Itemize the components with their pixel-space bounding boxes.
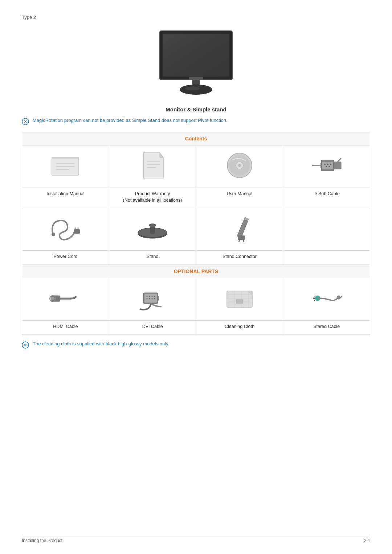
svg-point-51 (147, 296, 148, 297)
footer-left-text: Installing the Product (22, 538, 62, 543)
svg-rect-68 (236, 299, 243, 304)
svg-point-27 (327, 164, 328, 165)
svg-point-41 (149, 223, 156, 227)
item-hdmi-cable-img (22, 278, 109, 320)
item-dsub-cable-img (283, 145, 370, 188)
item-user-manual-img (196, 145, 283, 188)
page-type-label: Type 2 (22, 15, 370, 20)
svg-point-23 (238, 164, 241, 167)
note-icon-2 (22, 341, 29, 349)
note-icon-1 (22, 118, 29, 125)
note-cleaning-cloth: The cleaning cloth is supplied with blac… (22, 341, 370, 349)
note-magicrotation-text: MagicRotation program can not be provide… (33, 118, 228, 123)
svg-rect-34 (74, 229, 80, 234)
svg-rect-10 (52, 157, 79, 175)
svg-point-52 (149, 296, 150, 297)
label-power-cord: Power Cord (22, 251, 109, 265)
item-product-warranty-img (109, 145, 196, 188)
label-stand-connector: Stand Connector (196, 251, 283, 265)
svg-rect-11 (52, 157, 79, 159)
svg-point-6 (185, 87, 200, 90)
label-cleaning-cloth: Cleaning Cloth (196, 320, 283, 335)
item-dvi-cable-img (109, 278, 196, 320)
optional-parts-header: OPTIONAL PARTS (22, 264, 370, 278)
label-stereo-cable: Stereo Cable (283, 320, 370, 335)
svg-point-28 (330, 164, 331, 165)
footer-right-text: 2-1 (364, 538, 370, 543)
svg-rect-42 (238, 235, 245, 240)
item-stereo-cable-img (283, 278, 370, 320)
svg-line-44 (243, 240, 244, 242)
svg-point-30 (328, 166, 330, 167)
svg-rect-31 (320, 163, 322, 168)
svg-point-53 (152, 296, 153, 297)
svg-point-74 (337, 296, 340, 299)
label-user-manual: User Manual (196, 188, 283, 208)
svg-point-48 (51, 297, 54, 300)
item-stand-img (109, 208, 196, 251)
svg-point-26 (324, 164, 326, 165)
svg-point-57 (152, 298, 153, 299)
item-stand-connector-img (196, 208, 283, 251)
label-empty (283, 251, 370, 265)
svg-point-29 (326, 166, 327, 167)
item-installation-manual-img (22, 145, 109, 188)
svg-rect-70 (315, 297, 318, 299)
item-power-cord-img (22, 208, 109, 251)
svg-rect-33 (334, 162, 341, 169)
svg-point-54 (154, 296, 155, 297)
page-footer: Installing the Product 2-1 (22, 535, 370, 543)
label-hdmi-cable: HDMI Cable (22, 320, 109, 335)
item-empty (283, 208, 370, 251)
label-installation-manual: Installation Manual (22, 188, 109, 208)
svg-rect-60 (157, 296, 159, 301)
svg-marker-16 (160, 153, 163, 157)
label-stand: Stand (109, 251, 196, 265)
svg-point-37 (52, 233, 55, 236)
note-magicrotation: MagicRotation program can not be provide… (22, 118, 370, 125)
label-dsub-cable: D-Sub Cable (283, 188, 370, 208)
item-cleaning-cloth-img (196, 278, 283, 320)
svg-rect-59 (143, 296, 144, 301)
monitor-image (22, 27, 370, 100)
contents-header: Contents (22, 132, 370, 145)
svg-rect-25 (322, 162, 333, 169)
svg-line-43 (239, 240, 240, 242)
svg-rect-2 (163, 34, 229, 77)
svg-point-56 (149, 298, 150, 299)
monitor-title: Monitor & Simple stand (22, 106, 370, 112)
label-product-warranty: Product Warranty (Not available in all l… (109, 188, 196, 208)
svg-point-55 (147, 298, 148, 299)
contents-table: Contents (22, 132, 370, 335)
svg-rect-61 (227, 291, 252, 307)
svg-rect-3 (189, 77, 203, 79)
note-cleaning-cloth-text: The cleaning cloth is supplied with blac… (33, 341, 169, 346)
label-dvi-cable: DVI Cable (109, 320, 196, 335)
svg-point-58 (154, 298, 155, 299)
